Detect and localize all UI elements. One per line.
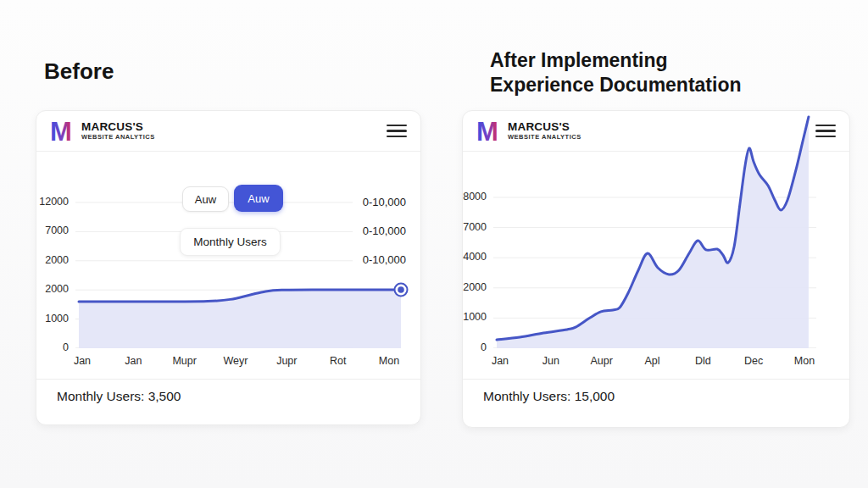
brand-m-icon: M [476,117,502,146]
brand-text: MARCUS'S WEBSITE ANALYTICS [508,121,581,141]
menu-icon[interactable] [815,119,836,143]
monthly-users-summary: Monthly Users: 15,000 [483,389,615,404]
before-dashboard-card: 1200070002000200010000 JanJanMuprWeyrJup… [36,110,421,425]
monthly-users-summary: Monthly Users: 3,500 [57,389,181,404]
after-dashboard-card: 800070004000200010000 JanJunAuprAplDldDe… [462,110,850,428]
brand-subtitle: WEBSITE ANALYTICS [508,133,581,141]
comparison-graphic: Before After ImplementingExperience Docu… [0,0,868,488]
footer-divider [463,379,849,380]
brand-text: MARCUS'S WEBSITE ANALYTICS [81,121,155,141]
x-tick-label: Mon [794,355,815,367]
range-label: 0-10,000 [363,253,406,266]
menu-icon[interactable] [387,119,407,143]
x-tick-label: Mon [379,355,399,367]
brand-name: MARCUS'S [81,121,155,133]
after-title-line1: After Implementing [490,49,668,71]
auw-button-active[interactable]: Auw [234,185,283,212]
end-point-dot [398,286,404,293]
card-header: M MARCUS'S WEBSITE ANALYTICS [463,111,849,151]
x-tick-label: Jupr [276,355,297,367]
x-tick-label: Jan [74,355,91,367]
x-tick-label: Rot [330,355,346,367]
svg-text:M: M [476,117,498,146]
auw-button-inactive[interactable]: Auw [182,186,229,212]
brand-name: MARCUS'S [508,121,581,133]
brand-logo: M MARCUS'S WEBSITE ANALYTICS [476,117,581,146]
card-header: M MARCUS'S WEBSITE ANALYTICS [36,111,420,151]
x-tick-label: Jan [125,355,142,367]
x-tick-label: Mupr [172,355,196,367]
footer-divider [36,379,420,380]
after-title-line2: Experience Documentation [490,74,742,96]
brand-logo: M MARCUS'S WEBSITE ANALYTICS [50,117,155,146]
x-tick-label: Dec [744,355,763,367]
range-label: 0-10,000 [363,196,406,208]
monthly-users-chip[interactable]: Monthly Users [180,228,281,256]
svg-text:M: M [50,117,72,146]
before-title: Before [44,58,114,85]
area-fill [497,117,809,348]
brand-m-icon: M [50,117,75,146]
x-tick-label: Jun [542,355,559,367]
x-tick-label: Dld [695,355,711,367]
x-tick-label: Aupr [590,355,612,367]
after-title: After ImplementingExperience Documentati… [490,48,742,97]
range-label: 0-10,000 [363,225,406,237]
x-tick-label: Weyr [224,355,248,367]
brand-subtitle: WEBSITE ANALYTICS [81,133,155,141]
x-tick-label: Jan [492,355,509,367]
x-tick-label: Apl [644,355,659,367]
